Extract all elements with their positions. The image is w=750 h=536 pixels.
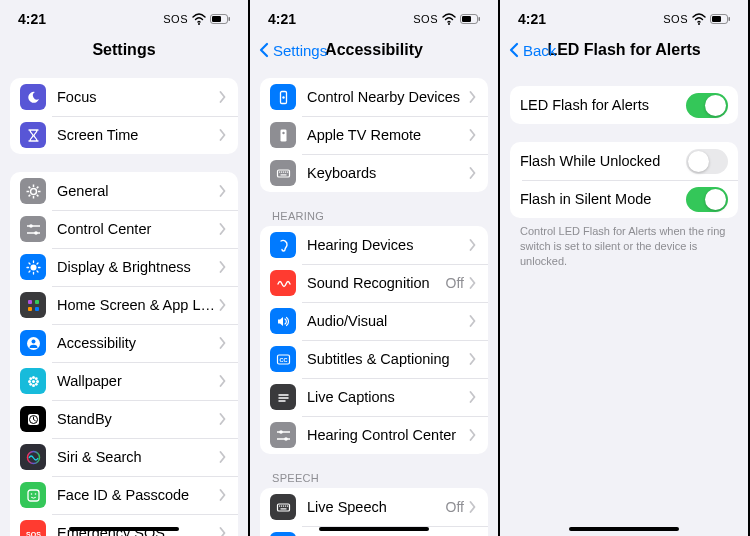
list-item[interactable]: Accessibility <box>10 324 238 362</box>
settings-group-time: FocusScreen Time <box>10 78 238 154</box>
chevron-right-icon <box>468 129 478 141</box>
item-detail: Off <box>446 499 464 515</box>
battery-icon <box>710 12 730 26</box>
list-item[interactable]: Flash in Silent Mode <box>510 180 738 218</box>
item-label: Screen Time <box>57 127 218 143</box>
toggle-switch[interactable] <box>686 187 728 212</box>
status-bar: 4:21 SOS <box>500 0 748 32</box>
group-touch: Control Nearby DevicesApple TV RemoteKey… <box>260 78 488 192</box>
hearingcc-icon <box>270 422 296 448</box>
list-item[interactable]: Live SpeechOff <box>260 488 488 526</box>
group-hearing: Hearing DevicesSound RecognitionOffAudio… <box>260 226 488 454</box>
led-flash-pane: 4:21 SOS Back LED Flash for Alerts LED F… <box>500 0 750 536</box>
list-item[interactable]: Control Nearby Devices <box>260 78 488 116</box>
list-item[interactable]: Subtitles & Captioning <box>260 340 488 378</box>
item-label: StandBy <box>57 411 218 427</box>
list-item[interactable]: Siri & Search <box>10 438 238 476</box>
item-label: Live Speech <box>307 499 446 515</box>
chevron-right-icon <box>468 353 478 365</box>
item-label: Hearing Control Center <box>307 427 468 443</box>
item-label: Hearing Devices <box>307 237 468 253</box>
faceid-icon <box>20 482 46 508</box>
group-led-options: Flash While UnlockedFlash in Silent Mode <box>510 142 738 218</box>
chevron-right-icon <box>218 375 228 387</box>
focus-icon <box>20 84 46 110</box>
home-indicator[interactable] <box>69 527 179 531</box>
item-label: General <box>57 183 218 199</box>
nav-bar: Back LED Flash for Alerts <box>500 32 748 68</box>
sos-icon <box>20 520 46 536</box>
list-item[interactable]: Wallpaper <box>10 362 238 400</box>
chevron-right-icon <box>218 223 228 235</box>
sos-indicator: SOS <box>163 13 188 25</box>
wifi-icon <box>192 13 206 26</box>
item-label: Accessibility <box>57 335 218 351</box>
item-label: Apple TV Remote <box>307 127 468 143</box>
subtitles-icon <box>270 346 296 372</box>
list-item[interactable]: StandBy <box>10 400 238 438</box>
list-item[interactable]: Keyboards <box>260 154 488 192</box>
list-item[interactable]: Hearing Devices <box>260 226 488 264</box>
chevron-right-icon <box>468 501 478 513</box>
homescreen-icon <box>20 292 46 318</box>
list-item[interactable]: Hearing Control Center <box>260 416 488 454</box>
list-item[interactable]: Audio/Visual <box>260 302 488 340</box>
item-label: Subtitles & Captioning <box>307 351 468 367</box>
keyboard-icon <box>270 160 296 186</box>
siri-icon <box>20 444 46 470</box>
item-label: Face ID & Passcode <box>57 487 218 503</box>
chevron-right-icon <box>468 167 478 179</box>
list-item[interactable]: LED Flash for Alerts <box>510 86 738 124</box>
home-indicator[interactable] <box>569 527 679 531</box>
hearing-icon <box>270 232 296 258</box>
wifi-icon <box>442 13 456 26</box>
item-label: Siri & Search <box>57 449 218 465</box>
item-detail: Off <box>446 275 464 291</box>
status-time: 4:21 <box>268 11 296 27</box>
item-label: Focus <box>57 89 218 105</box>
toggle-switch[interactable] <box>686 149 728 174</box>
list-item[interactable]: Display & Brightness <box>10 248 238 286</box>
toggle-switch[interactable] <box>686 93 728 118</box>
wallpaper-icon <box>20 368 46 394</box>
standby-icon <box>20 406 46 432</box>
page-title: Accessibility <box>325 41 423 59</box>
section-header-hearing: Hearing <box>272 210 498 222</box>
list-item[interactable]: Focus <box>10 78 238 116</box>
settings-group-general: GeneralControl CenterDisplay & Brightnes… <box>10 172 238 536</box>
list-item[interactable]: Face ID & Passcode <box>10 476 238 514</box>
chevron-right-icon <box>468 315 478 327</box>
list-item[interactable]: Emergency SOS <box>10 514 238 536</box>
chevron-right-icon <box>218 299 228 311</box>
item-label: Control Nearby Devices <box>307 89 468 105</box>
item-label: Flash in Silent Mode <box>520 191 686 207</box>
home-indicator[interactable] <box>319 527 429 531</box>
livespeech-icon <box>270 494 296 520</box>
accessibility-pane: 4:21 SOS Settings Accessibility Control … <box>250 0 500 536</box>
list-item[interactable]: Sound RecognitionOff <box>260 264 488 302</box>
accessibility-icon <box>20 330 46 356</box>
list-item[interactable]: Flash While Unlocked <box>510 142 738 180</box>
list-item[interactable]: Live Captions <box>260 378 488 416</box>
battery-icon <box>210 12 230 26</box>
list-item[interactable]: Screen Time <box>10 116 238 154</box>
back-button[interactable]: Back <box>506 42 556 59</box>
list-item[interactable]: Apple TV Remote <box>260 116 488 154</box>
page-title: Settings <box>92 41 155 59</box>
nav-bar: Settings Accessibility <box>250 32 498 68</box>
page-title: LED Flash for Alerts <box>547 41 700 59</box>
chevron-right-icon <box>218 129 228 141</box>
group-led-master: LED Flash for Alerts <box>510 86 738 124</box>
chevron-right-icon <box>218 413 228 425</box>
chevron-right-icon <box>468 429 478 441</box>
back-button[interactable]: Settings <box>256 42 327 59</box>
chevron-right-icon <box>218 261 228 273</box>
list-item[interactable]: Control Center <box>10 210 238 248</box>
list-item[interactable]: General <box>10 172 238 210</box>
item-label: Home Screen & App Library <box>57 297 218 313</box>
sos-indicator: SOS <box>413 13 438 25</box>
item-label: Flash While Unlocked <box>520 153 686 169</box>
screentime-icon <box>20 122 46 148</box>
list-item[interactable]: Home Screen & App Library <box>10 286 238 324</box>
nav-bar: Settings <box>0 32 248 68</box>
